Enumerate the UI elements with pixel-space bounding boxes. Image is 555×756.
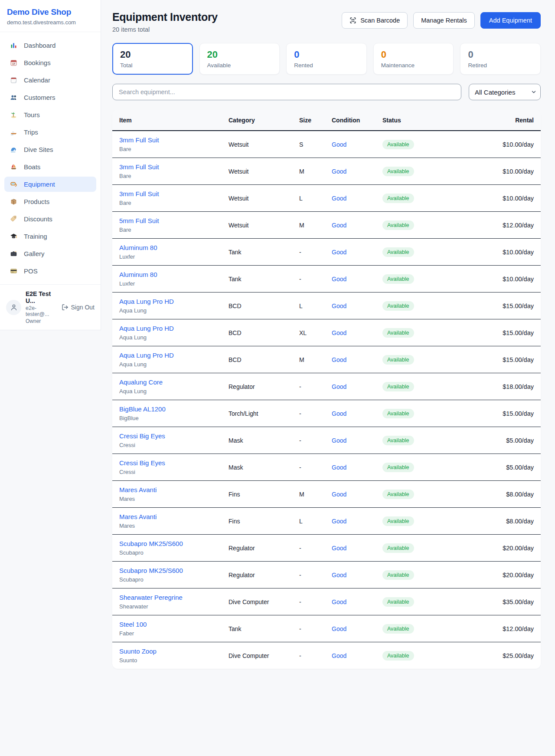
- item-link[interactable]: 5mm Full Suit: [119, 217, 159, 224]
- item-condition-link[interactable]: Good: [332, 437, 346, 444]
- sidebar-item-gallery[interactable]: Gallery: [4, 246, 96, 261]
- item-size: -: [292, 454, 325, 481]
- item-condition-link[interactable]: Good: [332, 625, 346, 632]
- item-link[interactable]: Suunto Zoop: [119, 648, 157, 655]
- item-link[interactable]: 3mm Full Suit: [119, 190, 159, 197]
- item-link[interactable]: BigBlue AL1200: [119, 405, 166, 413]
- item-condition-link[interactable]: Good: [332, 195, 346, 202]
- stat-card-retired[interactable]: 0 Retired: [460, 43, 541, 75]
- stat-value: 0: [294, 49, 359, 60]
- item-condition-link[interactable]: Good: [332, 222, 346, 229]
- sidebar-item-training[interactable]: Training: [4, 229, 96, 244]
- stat-label: Available: [207, 62, 272, 69]
- item-link[interactable]: Scubapro MK25/S600: [119, 540, 183, 547]
- item-condition-link[interactable]: Good: [332, 464, 346, 471]
- item-link[interactable]: Shearwater Peregrine: [119, 594, 183, 601]
- category-select[interactable]: All Categories: [469, 84, 541, 100]
- add-equipment-button[interactable]: Add Equipment: [480, 12, 541, 29]
- page-header-text: Equipment Inventory 20 items total: [112, 11, 218, 33]
- table-row: 3mm Full Suit Bare Wetsuit L Good Availa…: [112, 185, 541, 212]
- status-badge: Available: [382, 301, 414, 311]
- shop-name: Demo Dive Shop: [7, 7, 94, 17]
- item-link[interactable]: 3mm Full Suit: [119, 163, 159, 171]
- item-link[interactable]: Mares Avanti: [119, 513, 157, 520]
- main-content: Equipment Inventory 20 items total Scan …: [101, 0, 555, 686]
- item-link[interactable]: Mares Avanti: [119, 486, 157, 493]
- item-brand: Suunto: [119, 657, 215, 664]
- item-condition-link[interactable]: Good: [332, 141, 346, 148]
- sidebar-item-boats[interactable]: Boats: [4, 159, 96, 174]
- page-title: Equipment Inventory: [112, 11, 218, 23]
- table-row: Aqua Lung Pro HD Aqua Lung BCD XL Good A…: [112, 319, 541, 346]
- item-link[interactable]: Steel 100: [119, 621, 147, 628]
- item-condition-link[interactable]: Good: [332, 572, 346, 579]
- stat-card-available[interactable]: 20 Available: [199, 43, 280, 75]
- item-link[interactable]: Aqua Lung Pro HD: [119, 352, 174, 359]
- item-size: -: [292, 427, 325, 454]
- sidebar-item-dashboard[interactable]: Dashboard: [4, 38, 96, 53]
- item-link[interactable]: Scubapro MK25/S600: [119, 567, 183, 574]
- sidebar-item-products[interactable]: Products: [4, 194, 96, 209]
- sidebar-item-equipment[interactable]: Equipment: [4, 177, 96, 192]
- manage-rentals-button[interactable]: Manage Rentals: [413, 12, 475, 29]
- sidebar-item-pos[interactable]: POS: [4, 263, 96, 279]
- sidebar-item-bookings[interactable]: 17 Bookings: [4, 55, 96, 70]
- status-badge: Available: [382, 194, 414, 203]
- item-condition-link[interactable]: Good: [332, 545, 346, 552]
- column-header-rental: Rental: [461, 110, 541, 131]
- item-rental: $5.00/day: [461, 427, 541, 454]
- item-size: -: [292, 373, 325, 400]
- item-link[interactable]: Aqua Lung Pro HD: [119, 325, 174, 332]
- stat-card-maintenance[interactable]: 0 Maintenance: [373, 43, 454, 75]
- status-badge: Available: [382, 624, 414, 634]
- scan-barcode-button[interactable]: Scan Barcode: [342, 12, 408, 29]
- item-category: Regulator: [222, 535, 292, 562]
- item-condition-link[interactable]: Good: [332, 410, 346, 417]
- item-brand: Shearwater: [119, 603, 215, 610]
- item-condition-link[interactable]: Good: [332, 329, 346, 336]
- user-meta: E2E Test U... e2e-tester@... Owner: [26, 290, 57, 324]
- item-link[interactable]: Aqua Lung Pro HD: [119, 298, 174, 305]
- person-icon: [10, 303, 18, 311]
- status-badge: Available: [382, 220, 414, 230]
- item-brand: Bare: [119, 200, 215, 206]
- item-condition-link[interactable]: Good: [332, 302, 346, 309]
- stat-card-rented[interactable]: 0 Rented: [286, 43, 367, 75]
- add-equipment-label: Add Equipment: [489, 17, 532, 24]
- sidebar-item-trips[interactable]: Trips: [4, 125, 96, 140]
- search-input[interactable]: [112, 84, 461, 100]
- item-brand: Aqua Lung: [119, 307, 215, 314]
- item-category: BCD: [222, 319, 292, 346]
- item-condition-link[interactable]: Good: [332, 383, 346, 390]
- avatar: [6, 300, 21, 315]
- item-link[interactable]: Aqualung Core: [119, 378, 163, 386]
- item-size: L: [292, 508, 325, 535]
- item-condition-link[interactable]: Good: [332, 249, 346, 256]
- stat-card-total[interactable]: 20 Total: [112, 43, 193, 75]
- sidebar-item-calendar[interactable]: Calendar: [4, 72, 96, 88]
- sidebar-item-tours[interactable]: Tours: [4, 107, 96, 122]
- item-condition-link[interactable]: Good: [332, 598, 346, 605]
- table-row: Aqua Lung Pro HD Aqua Lung BCD L Good Av…: [112, 293, 541, 319]
- item-condition-link[interactable]: Good: [332, 652, 346, 659]
- item-link[interactable]: Aluminum 80: [119, 271, 157, 278]
- sidebar-item-dive-sites[interactable]: Dive Sites: [4, 142, 96, 157]
- item-link[interactable]: Aluminum 80: [119, 244, 157, 251]
- item-size: M: [292, 158, 325, 185]
- item-link[interactable]: Cressi Big Eyes: [119, 432, 165, 440]
- item-condition-link[interactable]: Good: [332, 491, 346, 498]
- customers-icon: [10, 94, 17, 101]
- item-size: -: [292, 400, 325, 427]
- item-link[interactable]: Cressi Big Eyes: [119, 459, 165, 467]
- calendar-icon: [10, 76, 17, 84]
- item-link[interactable]: 3mm Full Suit: [119, 136, 159, 144]
- item-size: M: [292, 481, 325, 508]
- item-condition-link[interactable]: Good: [332, 356, 346, 363]
- sidebar-item-customers[interactable]: Customers: [4, 90, 96, 105]
- sidebar-item-discounts[interactable]: Discounts: [4, 211, 96, 227]
- item-condition-link[interactable]: Good: [332, 518, 346, 525]
- item-condition-link[interactable]: Good: [332, 276, 346, 283]
- sign-out-button[interactable]: Sign Out: [62, 304, 95, 311]
- item-condition-link[interactable]: Good: [332, 168, 346, 175]
- item-size: -: [292, 239, 325, 266]
